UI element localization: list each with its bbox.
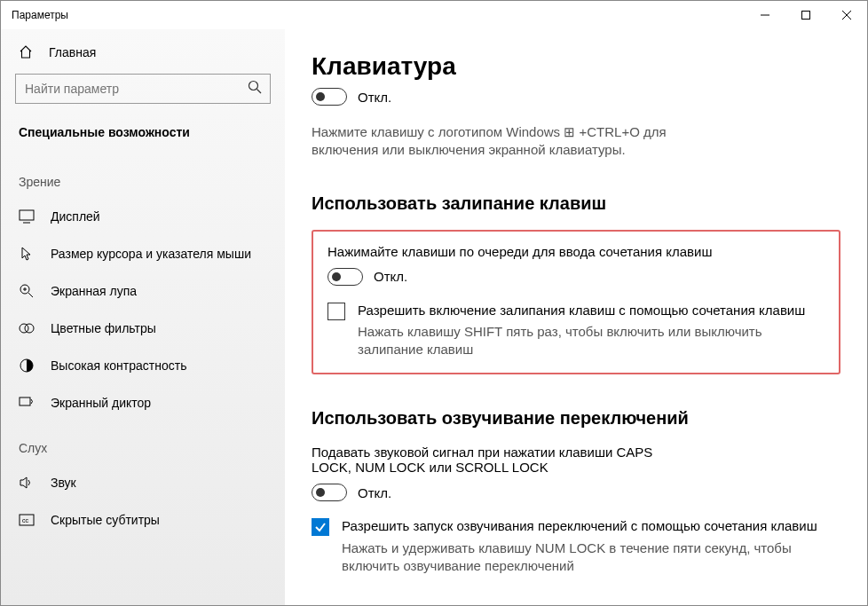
group-title-hearing: Слух — [1, 421, 285, 464]
maximize-icon — [801, 11, 810, 20]
sticky-keys-label: Нажимайте клавиши по очереди для ввода с… — [327, 244, 825, 259]
sidebar-item-label: Высокая контрастность — [51, 358, 186, 373]
category-title: Специальные возможности — [1, 113, 285, 155]
sidebar-item-label: Цветные фильтры — [51, 321, 156, 335]
search-box — [15, 74, 271, 104]
sticky-keys-heading: Использовать залипание клавиш — [312, 193, 840, 214]
colorfilters-icon — [19, 320, 35, 336]
display-icon — [19, 209, 35, 224]
sticky-keys-checkbox-desc: Нажать клавишу SHIFT пять раз, чтобы вкл… — [358, 323, 825, 359]
titlebar: Параметры — [1, 1, 867, 29]
sidebar-item-label: Размер курсора и указателя мыши — [51, 247, 251, 261]
svg-text:cc: cc — [22, 517, 29, 523]
minimize-button[interactable] — [745, 1, 785, 29]
highlighted-section: Нажимайте клавиши по очереди для ввода с… — [312, 230, 840, 375]
sidebar-item-label: Звук — [51, 476, 76, 490]
home-button[interactable]: Главная — [1, 36, 285, 68]
toggle-keys-shortcut-checkbox[interactable] — [312, 518, 329, 536]
highcontrast-icon — [19, 358, 35, 374]
toggle-keys-heading: Использовать озвучивание переключений — [312, 408, 840, 429]
maximize-button[interactable] — [785, 1, 826, 29]
onscreen-keyboard-toggle-label: Откл. — [358, 90, 391, 105]
toggle-keys-toggle[interactable] — [312, 484, 347, 501]
sticky-keys-checkbox-label: Разрешить включение залипания клавиш с п… — [358, 302, 825, 319]
sticky-keys-shortcut-checkbox[interactable] — [327, 303, 345, 320]
sidebar-item-label: Скрытые субтитры — [51, 513, 160, 527]
svg-point-13 — [25, 324, 34, 333]
sticky-keys-toggle-label: Откл. — [374, 269, 407, 284]
magnifier-icon — [19, 283, 35, 299]
cursor-icon — [19, 246, 35, 262]
narrator-icon — [19, 395, 35, 411]
captions-icon: cc — [19, 512, 35, 528]
sidebar-item-colorfilters[interactable]: Цветные фильтры — [1, 310, 285, 347]
page-title: Клавиатура — [312, 52, 840, 81]
toggle-keys-checkbox-desc: Нажать и удерживать клавишу NUM LOCK в т… — [342, 539, 840, 576]
close-button[interactable] — [826, 1, 867, 29]
group-title-vision: Зрение — [1, 155, 285, 198]
main-content: Клавиатура Откл. Нажмите клавишу с логот… — [285, 29, 867, 605]
sidebar-item-highcontrast[interactable]: Высокая контрастность — [1, 347, 285, 384]
sidebar-item-magnifier[interactable]: Экранная лупа — [1, 272, 285, 310]
sidebar: Главная Специальные возможности Зрение Д… — [1, 29, 285, 605]
sidebar-item-label: Дисплей — [51, 209, 100, 224]
svg-point-4 — [249, 82, 258, 91]
onscreen-keyboard-toggle[interactable] — [312, 88, 347, 106]
close-icon — [842, 11, 851, 20]
sidebar-item-label: Экранный диктор — [51, 396, 151, 410]
onscreen-keyboard-description: Нажмите клавишу с логотипом Windows ⊞ +C… — [312, 123, 684, 160]
toggle-keys-label: Подавать звуковой сигнал при нажатии кла… — [312, 445, 684, 475]
search-icon — [248, 80, 262, 98]
search-input[interactable] — [15, 74, 271, 104]
svg-rect-6 — [20, 210, 34, 220]
sidebar-item-sound[interactable]: Звук — [1, 464, 285, 501]
home-label: Главная — [49, 45, 96, 59]
sticky-keys-toggle[interactable] — [327, 268, 363, 286]
svg-line-9 — [28, 293, 33, 297]
home-icon — [19, 45, 33, 59]
sidebar-item-label: Экранная лупа — [51, 284, 137, 298]
sound-icon — [19, 475, 35, 491]
sidebar-item-narrator[interactable]: Экранный диктор — [1, 384, 285, 421]
svg-line-5 — [257, 90, 262, 94]
svg-rect-1 — [802, 12, 810, 20]
svg-point-12 — [20, 324, 28, 333]
toggle-keys-checkbox-label: Разрешить запуск озвучивания переключени… — [342, 517, 840, 535]
sidebar-item-display[interactable]: Дисплей — [1, 198, 285, 235]
sidebar-item-captions[interactable]: cc Скрытые субтитры — [1, 501, 285, 539]
sidebar-item-cursor[interactable]: Размер курсора и указателя мыши — [1, 235, 285, 272]
toggle-keys-toggle-label: Откл. — [358, 485, 391, 500]
window-title: Параметры — [12, 9, 745, 21]
svg-rect-15 — [20, 397, 30, 405]
minimize-icon — [761, 11, 769, 20]
